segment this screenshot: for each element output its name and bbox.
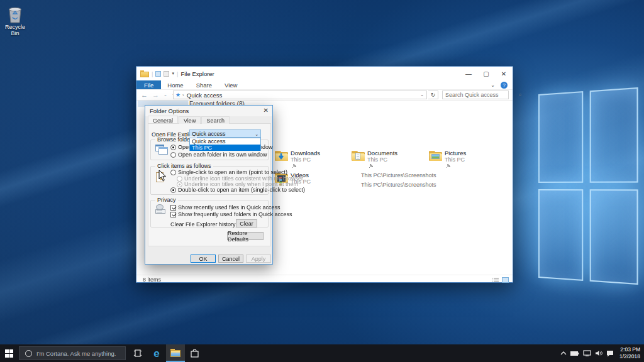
address-dropdown-icon[interactable]: ⌄ bbox=[420, 92, 426, 97]
file-explorer-button[interactable] bbox=[166, 344, 185, 362]
radio-double-click[interactable] bbox=[170, 187, 176, 193]
edge-icon: e bbox=[153, 348, 159, 359]
checkbox-recent-files[interactable] bbox=[170, 205, 176, 211]
download-arrow-glyph bbox=[278, 153, 284, 160]
radio-single-click[interactable] bbox=[170, 170, 176, 175]
ribbon-expand-icon[interactable]: ⌄ bbox=[491, 82, 495, 88]
forward-icon[interactable]: → bbox=[152, 91, 159, 99]
item-name: Documents bbox=[367, 150, 397, 156]
combobox-value: Quick access bbox=[192, 131, 226, 137]
task-view-icon bbox=[133, 349, 142, 357]
recycle-bin-icon bbox=[6, 5, 24, 24]
recent-locations-icon[interactable]: ⌄ bbox=[164, 92, 167, 97]
item-location: This PC bbox=[291, 156, 311, 163]
click-items-legend: Click items as follows bbox=[155, 163, 213, 169]
item-location: This PC bbox=[445, 156, 465, 163]
dialog-tab-search[interactable]: Search bbox=[201, 116, 230, 124]
pin-icon bbox=[369, 163, 374, 168]
radio-own-window[interactable] bbox=[170, 152, 176, 158]
battery-icon[interactable] bbox=[570, 351, 579, 356]
edge-button[interactable]: e bbox=[147, 344, 166, 362]
start-button[interactable] bbox=[0, 344, 18, 362]
cortana-search-box[interactable]: I'm Cortana. Ask me anything. bbox=[19, 346, 126, 360]
browse-folders-icon bbox=[155, 145, 168, 155]
folder-item-pictures[interactable]: Pictures This PC bbox=[429, 150, 503, 170]
clear-history-label: Clear File Explorer history bbox=[170, 221, 236, 228]
clear-button[interactable]: Clear bbox=[236, 219, 257, 228]
dropdown-option-quick-access[interactable]: Quick access bbox=[190, 138, 260, 145]
search-box[interactable]: ⌕ bbox=[442, 90, 509, 99]
refresh-icon[interactable]: ↻ bbox=[428, 90, 438, 99]
help-icon[interactable]: ? bbox=[501, 82, 508, 89]
task-view-button[interactable] bbox=[128, 344, 147, 362]
store-button[interactable] bbox=[185, 344, 204, 362]
cancel-button[interactable]: Cancel bbox=[218, 255, 243, 263]
chevron-down-icon: ⌄ bbox=[255, 132, 258, 137]
windows-logo-pane bbox=[590, 87, 638, 183]
radio-same-window[interactable] bbox=[170, 145, 176, 150]
windows-logo-pane bbox=[538, 189, 583, 281]
tab-home[interactable]: Home bbox=[161, 80, 189, 89]
radio-double-click-label[interactable]: Double-click to open an item (single-cli… bbox=[178, 187, 305, 193]
folder-item-downloads[interactable]: Downloads This PC bbox=[275, 150, 349, 170]
qat-properties-icon[interactable] bbox=[155, 71, 161, 77]
thumbnail-view-icon[interactable] bbox=[502, 277, 509, 283]
back-icon[interactable]: ← bbox=[141, 91, 148, 99]
dialog-close-icon[interactable]: ✕ bbox=[264, 107, 269, 114]
radio-underline-browser bbox=[177, 176, 182, 182]
action-center-icon[interactable] bbox=[606, 350, 614, 357]
details-view-icon[interactable] bbox=[492, 277, 499, 283]
checkbox-recent-files-label[interactable]: Show recently used files in Quick access bbox=[178, 204, 280, 211]
recycle-bin-shortcut[interactable]: Recycle Bin bbox=[1, 5, 29, 36]
checkbox-frequent-folders-label[interactable]: Show frequently used folders in Quick ac… bbox=[178, 211, 292, 217]
address-bar-row: ← → ⌄ ↑ ★ › Quick access ⌄ ↻ ⌕ bbox=[136, 90, 513, 101]
volume-icon[interactable] bbox=[595, 350, 602, 356]
close-button[interactable]: ✕ bbox=[495, 67, 513, 80]
dialog-tab-view[interactable]: View bbox=[179, 116, 201, 124]
system-tray: 2:03 PM 1/2/2018 bbox=[560, 344, 644, 362]
ok-button[interactable]: OK bbox=[191, 255, 216, 263]
dialog-tab-general[interactable]: General bbox=[148, 116, 178, 123]
dialog-titlebar[interactable]: Folder Options ✕ bbox=[145, 106, 272, 116]
dropdown-option-this-pc[interactable]: This PC bbox=[190, 145, 260, 151]
recycle-bin-label: Recycle Bin bbox=[1, 24, 29, 36]
open-to-dropdown-list[interactable]: Quick access This PC bbox=[189, 138, 261, 151]
radio-single-click-label[interactable]: Single-click to open an item (point to s… bbox=[178, 169, 287, 175]
maximize-button[interactable]: ▢ bbox=[477, 67, 495, 80]
tab-share[interactable]: Share bbox=[190, 80, 218, 89]
tab-file[interactable]: File bbox=[136, 80, 161, 89]
recent-file-path[interactable]: This PC\Pictures\Screenshots bbox=[361, 182, 436, 188]
radio-own-window-label[interactable]: Open each folder in its own window bbox=[178, 151, 267, 158]
qat-customize-icon[interactable]: ▾ bbox=[172, 71, 174, 76]
search-input[interactable] bbox=[443, 92, 519, 98]
apply-button[interactable]: Apply bbox=[246, 255, 271, 263]
restore-defaults-button[interactable]: Restore Defaults bbox=[227, 232, 264, 240]
minimize-button[interactable]: — bbox=[460, 67, 477, 80]
item-name: Pictures bbox=[445, 150, 466, 156]
breadcrumb[interactable]: Quick access bbox=[184, 92, 223, 99]
item-location: This PC bbox=[367, 156, 387, 163]
pin-icon bbox=[446, 163, 451, 168]
taskbar-clock[interactable]: 2:03 PM 1/2/2018 bbox=[618, 346, 640, 359]
folder-item-documents[interactable]: Documents This PC bbox=[352, 150, 426, 170]
network-icon[interactable] bbox=[583, 350, 591, 356]
address-bar[interactable]: ★ › Quick access ⌄ bbox=[173, 90, 427, 99]
qat-separator: | bbox=[177, 70, 178, 77]
checkbox-frequent-folders[interactable] bbox=[170, 212, 176, 217]
quick-access-star-icon: ★ bbox=[174, 92, 182, 98]
clock-date: 1/2/2018 bbox=[619, 353, 640, 360]
ribbon-tabs: File Home Share View ⌄ ? bbox=[136, 80, 513, 90]
documents-folder-icon bbox=[352, 151, 365, 161]
qat-new-folder-icon[interactable] bbox=[164, 71, 169, 77]
window-title: File Explorer bbox=[180, 70, 214, 77]
pictures-folder-icon bbox=[429, 151, 442, 161]
explorer-titlebar[interactable]: | ▾ | File Explorer — ▢ ✕ bbox=[136, 67, 513, 80]
tray-expand-icon[interactable] bbox=[560, 351, 567, 356]
privacy-legend: Privacy bbox=[155, 197, 178, 203]
clock-time: 2:03 PM bbox=[619, 346, 640, 353]
open-to-combobox[interactable]: Quick access ⌄ bbox=[189, 129, 261, 138]
windows-logo-pane bbox=[590, 189, 638, 285]
tab-view[interactable]: View bbox=[218, 80, 243, 89]
taskbar: I'm Cortana. Ask me anything. e 2:03 PM … bbox=[0, 344, 644, 362]
recent-file-path[interactable]: This PC\Pictures\Screenshots bbox=[361, 172, 436, 178]
